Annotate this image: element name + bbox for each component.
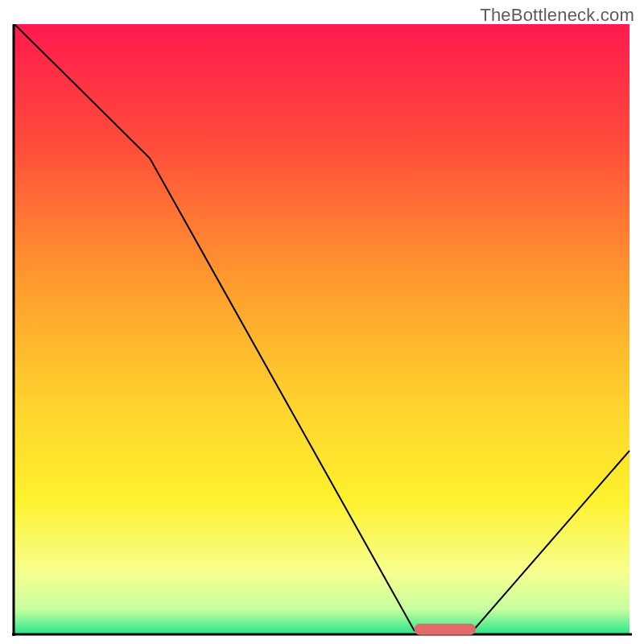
watermark-text: TheBottleneck.com <box>480 5 634 26</box>
trough-marker <box>415 624 476 635</box>
chart-svg <box>12 24 632 636</box>
bottleneck-chart: TheBottleneck.com <box>0 0 644 644</box>
